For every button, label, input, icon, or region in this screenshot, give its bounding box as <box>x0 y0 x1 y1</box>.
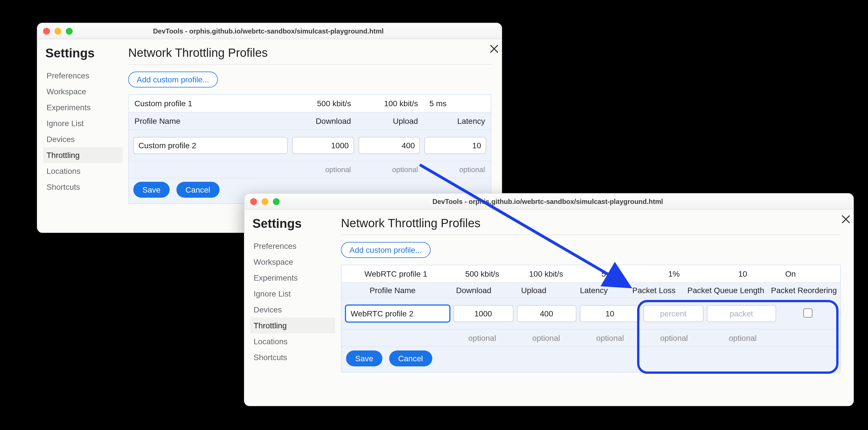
profiles-table: Custom profile 1 500 kbit/s 100 kbit/s 5… <box>128 94 491 204</box>
packet-reordering-checkbox[interactable] <box>803 308 812 317</box>
cancel-button[interactable]: Cancel <box>177 182 219 198</box>
sidebar-item-ignore-list[interactable]: Ignore List <box>250 286 335 302</box>
header-download: Download <box>444 283 504 298</box>
page-title: Network Throttling Profiles <box>128 46 491 60</box>
traffic-light-close-icon[interactable] <box>250 198 257 205</box>
header-profile-name: Profile Name <box>342 283 444 298</box>
window-title: DevTools - orphis.github.io/webrtc-sandb… <box>284 197 811 205</box>
packet-loss-input[interactable] <box>643 305 703 322</box>
traffic-light-minimize-icon[interactable] <box>261 198 268 205</box>
upload-input[interactable] <box>358 137 420 154</box>
profile-upload-cell: 100 kbit/s <box>514 265 578 282</box>
hint-upload: optional <box>356 161 424 178</box>
header-profile-name: Profile Name <box>129 112 290 130</box>
profile-name-input[interactable] <box>133 137 288 154</box>
download-input[interactable] <box>453 305 513 322</box>
traffic-light-minimize-icon[interactable] <box>55 28 61 34</box>
header-upload: Upload <box>356 112 424 130</box>
sidebar-item-preferences[interactable]: Preferences <box>43 67 123 84</box>
sidebar-item-preferences[interactable]: Preferences <box>250 238 335 254</box>
sidebar-item-throttling[interactable]: Throttling <box>43 147 123 163</box>
sidebar-item-workspace[interactable]: Workspace <box>250 254 335 270</box>
header-packet-queue: Packet Queue Length <box>684 283 768 298</box>
sidebar-item-workspace[interactable]: Workspace <box>43 84 123 99</box>
sidebar-item-devices[interactable]: Devices <box>43 131 123 147</box>
edit-row <box>129 130 491 161</box>
sidebar-item-throttling[interactable]: Throttling <box>250 318 335 334</box>
traffic-light-zoom-icon[interactable] <box>273 198 280 205</box>
close-icon[interactable] <box>838 212 853 227</box>
hint-download: optional <box>450 329 514 346</box>
sidebar-item-shortcuts[interactable]: Shortcuts <box>43 179 123 195</box>
titlebar: DevTools - orphis.github.io/webrtc-sandb… <box>37 23 501 39</box>
latency-input[interactable] <box>580 305 640 322</box>
sidebar-item-shortcuts[interactable]: Shortcuts <box>250 349 335 365</box>
header-packet-loss: Packet Loss <box>624 283 684 298</box>
profiles-table: WebRTC profile 1 500 kbit/s 100 kbit/s 5… <box>341 265 841 373</box>
cancel-button[interactable]: Cancel <box>389 350 432 366</box>
upload-input[interactable] <box>517 305 577 322</box>
header-upload: Upload <box>504 283 564 298</box>
header-packet-reordering: Packet Reordering <box>768 283 840 298</box>
window-title: DevTools - orphis.github.io/webrtc-sandb… <box>77 27 460 35</box>
hint-upload: optional <box>514 329 578 346</box>
hint-packet-queue: optional <box>706 329 779 346</box>
table-header-row: Profile Name Download Upload Latency Pac… <box>342 283 840 298</box>
hint-latency: optional <box>578 329 642 346</box>
save-button[interactable]: Save <box>346 350 382 366</box>
titlebar: DevTools - orphis.github.io/webrtc-sandb… <box>245 194 853 209</box>
header-latency: Latency <box>564 283 624 298</box>
settings-main: Network Throttling Profiles Add custom p… <box>335 209 853 406</box>
download-input[interactable] <box>292 137 354 154</box>
settings-heading: Settings <box>250 217 335 231</box>
add-custom-profile-button[interactable]: Add custom profile... <box>128 71 218 87</box>
hint-download: optional <box>290 161 356 178</box>
edit-row <box>342 298 840 329</box>
profile-name-cell: WebRTC profile 1 <box>342 265 450 282</box>
sidebar-item-ignore-list[interactable]: Ignore List <box>43 115 123 131</box>
profile-latency-cell: 5 ms <box>424 95 491 112</box>
profile-packet-queue-cell: 10 <box>706 265 779 282</box>
devtools-window-after: DevTools - orphis.github.io/webrtc-sandb… <box>244 193 854 406</box>
sidebar-item-experiments[interactable]: Experiments <box>43 99 123 115</box>
header-download: Download <box>290 112 356 130</box>
hints-row: optional optional optional <box>129 161 491 178</box>
hint-packet-loss: optional <box>642 329 706 346</box>
hint-latency: optional <box>424 161 491 178</box>
table-header-row: Profile Name Download Upload Latency <box>129 112 491 130</box>
sidebar-item-experiments[interactable]: Experiments <box>250 270 335 286</box>
packet-queue-input[interactable] <box>707 305 776 322</box>
profile-download-cell: 500 kbit/s <box>450 265 514 282</box>
hints-row: optional optional optional optional opti… <box>342 329 840 347</box>
profile-upload-cell: 100 kbit/s <box>356 95 424 112</box>
profile-download-cell: 500 kbit/s <box>290 95 356 112</box>
profile-row[interactable]: WebRTC profile 1 500 kbit/s 100 kbit/s 5… <box>342 265 840 283</box>
sidebar-item-locations[interactable]: Locations <box>250 334 335 349</box>
settings-heading: Settings <box>43 46 123 61</box>
profile-packet-loss-cell: 1% <box>642 265 706 282</box>
profile-name-input[interactable] <box>345 305 450 322</box>
sidebar-item-devices[interactable]: Devices <box>250 302 335 318</box>
profile-row[interactable]: Custom profile 1 500 kbit/s 100 kbit/s 5… <box>129 95 491 112</box>
profile-name-cell: Custom profile 1 <box>129 95 290 112</box>
close-icon[interactable] <box>487 41 501 56</box>
page-title: Network Throttling Profiles <box>341 217 841 230</box>
settings-sidebar: Settings Preferences Workspace Experimen… <box>37 39 123 232</box>
settings-sidebar: Settings Preferences Workspace Experimen… <box>245 209 335 406</box>
sidebar-item-locations[interactable]: Locations <box>43 163 123 179</box>
latency-input[interactable] <box>425 137 486 154</box>
add-custom-profile-button[interactable]: Add custom profile... <box>341 242 430 258</box>
header-latency: Latency <box>424 112 491 130</box>
save-button[interactable]: Save <box>133 182 169 198</box>
traffic-light-close-icon[interactable] <box>43 28 50 34</box>
profile-latency-cell: 5 ms <box>578 265 642 282</box>
traffic-light-zoom-icon[interactable] <box>66 28 73 34</box>
profile-reordering-cell: On <box>779 265 840 282</box>
edit-buttons-row: Save Cancel <box>342 347 840 372</box>
